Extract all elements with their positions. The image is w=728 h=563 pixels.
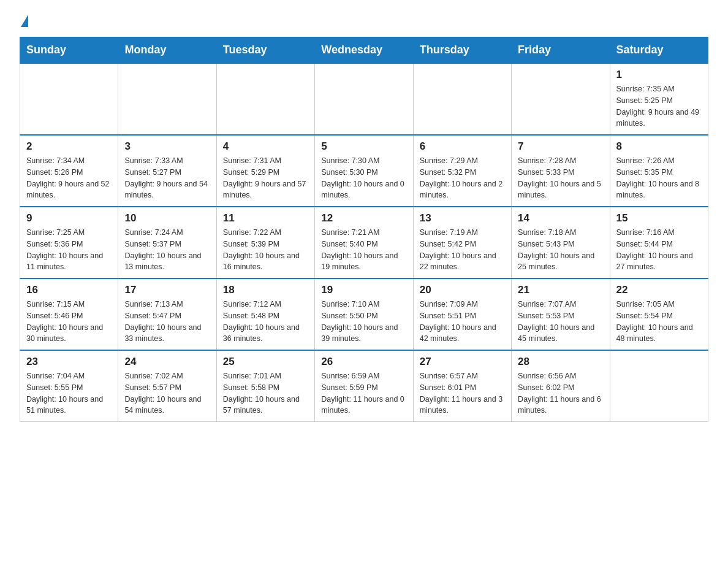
day-number: 14 xyxy=(518,212,603,224)
day-info: Sunrise: 7:05 AM Sunset: 5:54 PM Dayligh… xyxy=(616,299,702,345)
calendar-cell: 11Sunrise: 7:22 AM Sunset: 5:39 PM Dayli… xyxy=(216,207,314,278)
calendar-cell: 25Sunrise: 7:01 AM Sunset: 5:58 PM Dayli… xyxy=(216,350,314,422)
header-sunday: Sunday xyxy=(20,37,118,64)
day-number: 1 xyxy=(616,69,702,81)
day-number: 11 xyxy=(223,212,308,224)
day-info: Sunrise: 7:33 AM Sunset: 5:27 PM Dayligh… xyxy=(124,155,210,201)
calendar-week-row: 23Sunrise: 7:04 AM Sunset: 5:55 PM Dayli… xyxy=(20,350,708,422)
day-number: 21 xyxy=(518,284,603,296)
day-info: Sunrise: 7:34 AM Sunset: 5:26 PM Dayligh… xyxy=(26,155,112,201)
day-number: 4 xyxy=(223,140,308,153)
calendar-cell: 24Sunrise: 7:02 AM Sunset: 5:57 PM Dayli… xyxy=(118,350,216,422)
day-number: 24 xyxy=(124,356,210,368)
day-number: 15 xyxy=(616,212,702,224)
day-info: Sunrise: 7:30 AM Sunset: 5:30 PM Dayligh… xyxy=(321,155,406,201)
calendar-table: SundayMondayTuesdayWednesdayThursdayFrid… xyxy=(20,37,708,422)
day-info: Sunrise: 7:25 AM Sunset: 5:36 PM Dayligh… xyxy=(26,227,112,273)
day-number: 18 xyxy=(223,284,308,296)
calendar-cell xyxy=(610,350,708,422)
calendar-cell xyxy=(315,63,413,135)
calendar-cell: 18Sunrise: 7:12 AM Sunset: 5:48 PM Dayli… xyxy=(216,278,314,350)
day-info: Sunrise: 7:09 AM Sunset: 5:51 PM Dayligh… xyxy=(420,299,505,345)
calendar-cell: 8Sunrise: 7:26 AM Sunset: 5:35 PM Daylig… xyxy=(610,135,708,207)
day-number: 28 xyxy=(518,356,603,368)
day-info: Sunrise: 7:02 AM Sunset: 5:57 PM Dayligh… xyxy=(124,370,210,416)
calendar-cell: 27Sunrise: 6:57 AM Sunset: 6:01 PM Dayli… xyxy=(413,350,511,422)
day-number: 13 xyxy=(420,212,505,224)
day-info: Sunrise: 7:12 AM Sunset: 5:48 PM Dayligh… xyxy=(223,299,308,345)
calendar-cell: 6Sunrise: 7:29 AM Sunset: 5:32 PM Daylig… xyxy=(413,135,511,207)
calendar-cell: 21Sunrise: 7:07 AM Sunset: 5:53 PM Dayli… xyxy=(512,278,610,350)
day-number: 27 xyxy=(420,356,505,368)
calendar-cell: 12Sunrise: 7:21 AM Sunset: 5:40 PM Dayli… xyxy=(315,207,413,278)
day-number: 9 xyxy=(26,212,112,224)
day-number: 6 xyxy=(420,140,505,153)
header-monday: Monday xyxy=(118,37,216,64)
day-info: Sunrise: 7:24 AM Sunset: 5:37 PM Dayligh… xyxy=(124,227,210,273)
day-info: Sunrise: 7:15 AM Sunset: 5:46 PM Dayligh… xyxy=(26,299,112,345)
day-info: Sunrise: 7:26 AM Sunset: 5:35 PM Dayligh… xyxy=(616,155,702,201)
calendar-cell: 1Sunrise: 7:35 AM Sunset: 5:25 PM Daylig… xyxy=(610,63,708,135)
calendar-cell: 13Sunrise: 7:19 AM Sunset: 5:42 PM Dayli… xyxy=(413,207,511,278)
logo-triangle-icon xyxy=(21,15,28,27)
logo xyxy=(20,15,29,27)
day-number: 25 xyxy=(223,356,308,368)
day-number: 17 xyxy=(124,284,210,296)
day-info: Sunrise: 6:57 AM Sunset: 6:01 PM Dayligh… xyxy=(420,370,505,416)
day-info: Sunrise: 7:16 AM Sunset: 5:44 PM Dayligh… xyxy=(616,227,702,273)
day-info: Sunrise: 7:28 AM Sunset: 5:33 PM Dayligh… xyxy=(518,155,603,201)
day-number: 20 xyxy=(420,284,505,296)
header-tuesday: Tuesday xyxy=(216,37,314,64)
calendar-cell xyxy=(512,63,610,135)
day-number: 10 xyxy=(124,212,210,224)
header-thursday: Thursday xyxy=(413,37,511,64)
day-info: Sunrise: 7:35 AM Sunset: 5:25 PM Dayligh… xyxy=(616,83,702,129)
day-number: 3 xyxy=(124,140,210,153)
calendar-cell: 15Sunrise: 7:16 AM Sunset: 5:44 PM Dayli… xyxy=(610,207,708,278)
day-number: 2 xyxy=(26,140,112,153)
day-info: Sunrise: 7:07 AM Sunset: 5:53 PM Dayligh… xyxy=(518,299,603,345)
calendar-cell: 5Sunrise: 7:30 AM Sunset: 5:30 PM Daylig… xyxy=(315,135,413,207)
day-info: Sunrise: 6:59 AM Sunset: 5:59 PM Dayligh… xyxy=(321,370,406,416)
calendar-header-row: SundayMondayTuesdayWednesdayThursdayFrid… xyxy=(20,37,708,64)
calendar-cell xyxy=(413,63,511,135)
day-number: 8 xyxy=(616,140,702,153)
calendar-week-row: 2Sunrise: 7:34 AM Sunset: 5:26 PM Daylig… xyxy=(20,135,708,207)
day-number: 26 xyxy=(321,356,406,368)
day-info: Sunrise: 7:29 AM Sunset: 5:32 PM Dayligh… xyxy=(420,155,505,201)
calendar-cell: 3Sunrise: 7:33 AM Sunset: 5:27 PM Daylig… xyxy=(118,135,216,207)
calendar-cell: 20Sunrise: 7:09 AM Sunset: 5:51 PM Dayli… xyxy=(413,278,511,350)
day-number: 23 xyxy=(26,356,112,368)
day-info: Sunrise: 7:13 AM Sunset: 5:47 PM Dayligh… xyxy=(124,299,210,345)
calendar-week-row: 16Sunrise: 7:15 AM Sunset: 5:46 PM Dayli… xyxy=(20,278,708,350)
day-info: Sunrise: 7:21 AM Sunset: 5:40 PM Dayligh… xyxy=(321,227,406,273)
day-info: Sunrise: 7:01 AM Sunset: 5:58 PM Dayligh… xyxy=(223,370,308,416)
calendar-cell: 22Sunrise: 7:05 AM Sunset: 5:54 PM Dayli… xyxy=(610,278,708,350)
calendar-cell: 23Sunrise: 7:04 AM Sunset: 5:55 PM Dayli… xyxy=(20,350,118,422)
calendar-cell: 19Sunrise: 7:10 AM Sunset: 5:50 PM Dayli… xyxy=(315,278,413,350)
calendar-cell xyxy=(118,63,216,135)
calendar-cell: 9Sunrise: 7:25 AM Sunset: 5:36 PM Daylig… xyxy=(20,207,118,278)
calendar-cell: 2Sunrise: 7:34 AM Sunset: 5:26 PM Daylig… xyxy=(20,135,118,207)
calendar-cell: 4Sunrise: 7:31 AM Sunset: 5:29 PM Daylig… xyxy=(216,135,314,207)
calendar-week-row: 1Sunrise: 7:35 AM Sunset: 5:25 PM Daylig… xyxy=(20,63,708,135)
day-number: 5 xyxy=(321,140,406,153)
calendar-cell xyxy=(20,63,118,135)
header-wednesday: Wednesday xyxy=(315,37,413,64)
calendar-cell: 10Sunrise: 7:24 AM Sunset: 5:37 PM Dayli… xyxy=(118,207,216,278)
day-number: 19 xyxy=(321,284,406,296)
header-saturday: Saturday xyxy=(610,37,708,64)
day-info: Sunrise: 7:19 AM Sunset: 5:42 PM Dayligh… xyxy=(420,227,505,273)
day-info: Sunrise: 7:22 AM Sunset: 5:39 PM Dayligh… xyxy=(223,227,308,273)
header-friday: Friday xyxy=(512,37,610,64)
day-info: Sunrise: 7:04 AM Sunset: 5:55 PM Dayligh… xyxy=(26,370,112,416)
day-info: Sunrise: 7:18 AM Sunset: 5:43 PM Dayligh… xyxy=(518,227,603,273)
calendar-cell: 16Sunrise: 7:15 AM Sunset: 5:46 PM Dayli… xyxy=(20,278,118,350)
calendar-cell: 28Sunrise: 6:56 AM Sunset: 6:02 PM Dayli… xyxy=(512,350,610,422)
calendar-week-row: 9Sunrise: 7:25 AM Sunset: 5:36 PM Daylig… xyxy=(20,207,708,278)
day-number: 12 xyxy=(321,212,406,224)
day-info: Sunrise: 7:10 AM Sunset: 5:50 PM Dayligh… xyxy=(321,299,406,345)
calendar-cell: 7Sunrise: 7:28 AM Sunset: 5:33 PM Daylig… xyxy=(512,135,610,207)
day-info: Sunrise: 7:31 AM Sunset: 5:29 PM Dayligh… xyxy=(223,155,308,201)
day-number: 7 xyxy=(518,140,603,153)
